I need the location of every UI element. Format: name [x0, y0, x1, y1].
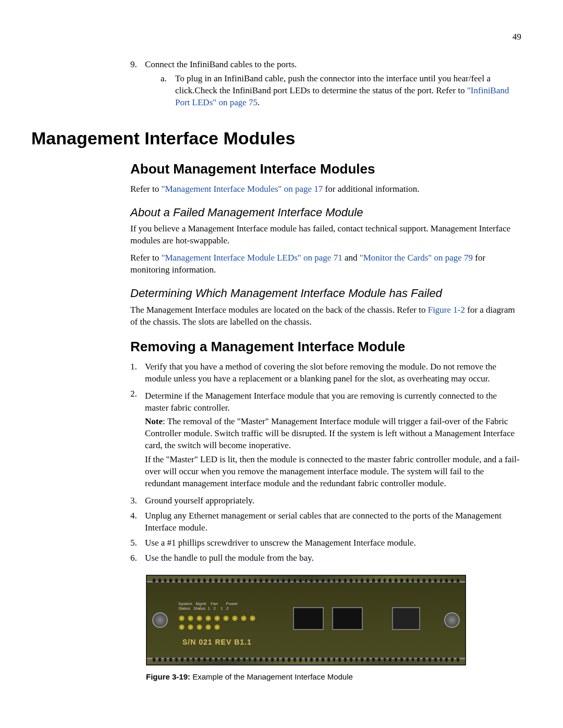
- remove-step-2: 2. Determine if the Management Interface…: [130, 388, 521, 492]
- remove-step-2-note-text: : The removal of the "Master" Management…: [145, 416, 515, 450]
- step-9-text: Connect the InfiniBand cables to the por…: [145, 59, 297, 69]
- figure-1-2-link[interactable]: Figure 1-2: [428, 305, 465, 315]
- thumbscrew-right-icon: [444, 612, 460, 628]
- vent-holes-bottom: [147, 655, 465, 664]
- rj45-port-2-icon: [332, 607, 363, 630]
- step-9-sublist: a. To plug in an InfiniBand cable, push …: [161, 73, 521, 109]
- rj45-port-1-icon: [293, 607, 324, 630]
- remove-step-4-marker: 4.: [130, 510, 145, 534]
- monitor-cards-page79-link[interactable]: "Monitor the Cards" on page 79: [360, 253, 473, 263]
- remove-step-6-text: Use the handle to pull the module from t…: [145, 553, 314, 563]
- remove-step-2-marker: 2.: [130, 388, 145, 492]
- mim-leds-page71-link[interactable]: "Management Interface Module LEDs" on pa…: [161, 253, 342, 263]
- serial-port-icon: [392, 607, 420, 630]
- serial-number-label: S/N 021 REV B1.1: [182, 637, 252, 647]
- figure-3-19-caption: Figure 3-19: Example of the Management I…: [146, 672, 521, 682]
- step-9-list: 9. Connect the InfiniBand cables to the …: [130, 59, 521, 111]
- step-9a-text-before: To plug in an InfiniBand cable, push the…: [175, 73, 491, 95]
- determine-p1: The Management Interface modules are loc…: [130, 304, 521, 328]
- step-9-marker: 9.: [130, 59, 145, 111]
- figure-3-19: System Mgmt Fan Power Status Status 1 2 …: [146, 575, 464, 665]
- removing-steps-list: 1. Verify that you have a method of cove…: [130, 361, 521, 564]
- remove-step-2-p1: Determine if the Management Interface mo…: [145, 390, 521, 414]
- figure-caption-bold: Figure 3-19:: [146, 672, 190, 681]
- remove-step-1-marker: 1.: [130, 361, 145, 385]
- thumbscrew-left-icon: [152, 612, 168, 628]
- failed-p2: Refer to "Management Interface Module LE…: [130, 252, 521, 276]
- remove-step-5-text: Use a #1 phillips screwdriver to unscrew…: [145, 538, 416, 548]
- section-heading-management-interface-modules: Management Interface Modules: [31, 127, 521, 151]
- failed-p2-mid: and: [342, 253, 360, 263]
- step-9a-text-after: .: [258, 97, 260, 107]
- subheading-determining-failed-mim: Determining Which Management Interface M…: [130, 286, 521, 301]
- status-leds: [178, 615, 262, 631]
- about-p1-before: Refer to: [130, 184, 161, 194]
- figure-caption-text: Example of the Management Interface Modu…: [190, 672, 353, 681]
- failed-p1: If you believe a Management Interface mo…: [130, 223, 521, 247]
- remove-step-2-note: Note: The removal of the "Master" Manage…: [145, 416, 521, 452]
- remove-step-2-p3: If the "Master" LED is lit, then the mod…: [145, 454, 521, 490]
- page-number: 49: [31, 31, 521, 43]
- subheading-about-mim: About Management Interface Modules: [130, 160, 521, 178]
- remove-step-6: 6. Use the handle to pull the module fro…: [130, 552, 521, 564]
- about-paragraph: Refer to "Management Interface Modules" …: [130, 183, 521, 195]
- remove-step-5: 5. Use a #1 phillips screwdriver to unsc…: [130, 537, 521, 549]
- remove-step-3-text: Ground yourself appropriately.: [145, 496, 254, 505]
- mim-page17-link[interactable]: "Management Interface Modules" on page 1…: [161, 184, 323, 194]
- step-9: 9. Connect the InfiniBand cables to the …: [130, 59, 521, 111]
- figure-3-19-image: System Mgmt Fan Power Status Status 1 2 …: [146, 575, 466, 665]
- remove-step-3: 3. Ground yourself appropriately.: [130, 495, 521, 507]
- failed-p2-before: Refer to: [130, 253, 161, 263]
- subheading-removing-mim: Removing a Management Interface Module: [130, 338, 521, 356]
- note-label: Note: [145, 416, 163, 426]
- remove-step-1: 1. Verify that you have a method of cove…: [130, 361, 521, 385]
- subheading-about-failed-mim: About a Failed Management Interface Modu…: [130, 205, 521, 220]
- remove-step-5-marker: 5.: [130, 537, 145, 549]
- remove-step-6-marker: 6.: [130, 552, 145, 564]
- vent-holes-top: [147, 576, 465, 585]
- remove-step-1-text: Verify that you have a method of coverin…: [145, 362, 496, 384]
- led-labels: System Mgmt Fan Power Status Status 1 2 …: [178, 602, 238, 611]
- step-9a: a. To plug in an InfiniBand cable, push …: [161, 73, 521, 109]
- remove-step-3-marker: 3.: [130, 495, 145, 507]
- remove-step-4: 4. Unplug any Ethernet management or ser…: [130, 510, 521, 534]
- step-9a-marker: a.: [161, 73, 175, 109]
- about-p1-after: for additional information.: [323, 184, 419, 194]
- determine-p1-before: The Management Interface modules are loc…: [130, 305, 428, 315]
- remove-step-4-text: Unplug any Ethernet management or serial…: [145, 511, 501, 533]
